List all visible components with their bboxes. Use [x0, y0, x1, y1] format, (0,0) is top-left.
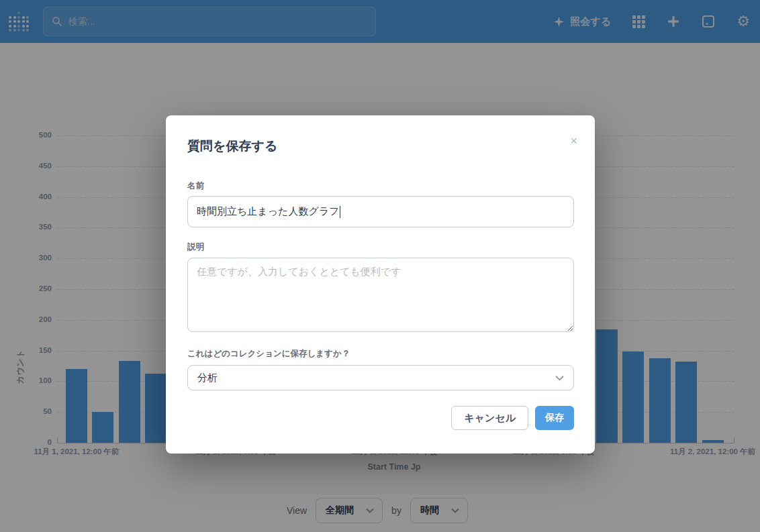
- collection-field-label: これはどのコレクションに保存しますか？: [187, 348, 350, 360]
- cancel-button[interactable]: キャンセル: [451, 406, 528, 430]
- modal-title: 質問を保存する: [187, 138, 277, 155]
- collection-select-value: 分析: [197, 372, 218, 384]
- question-name-input[interactable]: 時間別立ち止まった人数グラフ: [187, 196, 574, 227]
- save-button[interactable]: 保存: [535, 406, 574, 430]
- modal-close-icon[interactable]: ×: [570, 134, 577, 148]
- text-caret: [340, 206, 340, 218]
- collection-select[interactable]: 分析: [187, 365, 574, 390]
- description-field-label: 説明: [187, 242, 204, 253]
- chevron-down-icon: [555, 375, 564, 381]
- question-name-value: 時間別立ち止まった人数グラフ: [197, 205, 339, 218]
- description-textarea[interactable]: [187, 258, 574, 332]
- save-question-modal: 質問を保存する × 名前 時間別立ち止まった人数グラフ 説明 これはどのコレクシ…: [166, 115, 595, 454]
- name-field-label: 名前: [187, 180, 204, 192]
